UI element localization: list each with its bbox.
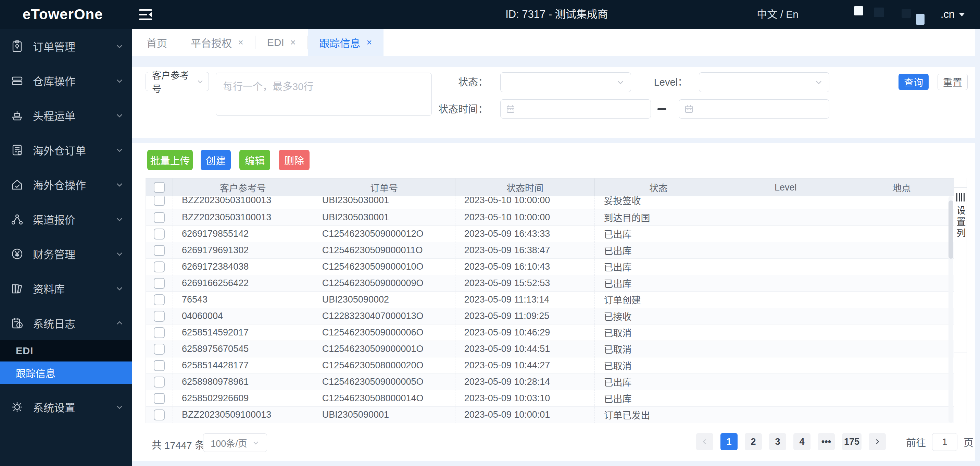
level-select[interactable] xyxy=(699,72,829,92)
table-row[interactable]: 04060004 C12283230407000013O 2023-05-09 … xyxy=(146,308,954,324)
tab-home[interactable]: 首页 xyxy=(135,29,179,56)
cell-status: 到达目的国 xyxy=(595,209,722,225)
sidebar-item-overseas-warehouse-orders[interactable]: 海外仓订单 xyxy=(0,132,132,167)
close-icon[interactable]: × xyxy=(367,38,372,47)
cell-level xyxy=(722,275,849,291)
row-checkbox[interactable] xyxy=(154,278,165,289)
table-row[interactable]: 6258514592017 C12546230509000006O 2023-0… xyxy=(146,324,954,341)
table-row[interactable]: 6258980978961 C12546230509000005O 2023-0… xyxy=(146,374,954,390)
cell-order-number: C12546230509000011O xyxy=(313,242,455,259)
row-checkbox[interactable] xyxy=(154,294,165,305)
delete-button[interactable]: 删除 xyxy=(279,150,310,170)
menu-collapse-icon[interactable] xyxy=(138,8,153,21)
table-row[interactable]: BZZ20230503100013 UBI2305030001 2023-05-… xyxy=(146,209,954,226)
row-checkbox[interactable] xyxy=(154,393,165,404)
row-checkbox[interactable] xyxy=(154,311,165,322)
table-row[interactable]: BZZ20230503100013 UBI2305030001 2023-05-… xyxy=(146,196,954,209)
page-button-1[interactable]: 1 xyxy=(721,433,738,450)
page-button-2[interactable]: 2 xyxy=(745,433,762,450)
row-checkbox[interactable] xyxy=(154,360,165,371)
status-select[interactable] xyxy=(500,72,631,92)
language-switch[interactable]: 中文 / En xyxy=(757,0,799,29)
table-row[interactable]: 6258975670545 C12546230509000001O 2023-0… xyxy=(146,341,954,357)
column-settings-strip[interactable]: 设置列 xyxy=(954,178,967,423)
vertical-scrollbar-track[interactable] xyxy=(948,196,953,423)
sidebar-subitem-tracking-info[interactable]: 跟踪信息 xyxy=(0,362,132,384)
sidebar-item-system-logs[interactable]: 系统日志 xyxy=(0,306,132,340)
search-field-select[interactable]: 客户参考号 xyxy=(146,72,209,91)
row-checkbox[interactable] xyxy=(154,410,165,420)
query-button[interactable]: 查询 xyxy=(899,74,929,90)
reset-button[interactable]: 重置 xyxy=(937,74,968,90)
sidebar-item-channel-quotation[interactable]: 渠道报价 xyxy=(0,202,132,236)
house-check-icon xyxy=(10,178,24,192)
table-row[interactable]: 6258514428177 C12546230508000020O 2023-0… xyxy=(146,357,954,374)
sidebar-subitem-edi[interactable]: EDI xyxy=(0,340,132,362)
column-header[interactable]: Level xyxy=(722,179,849,196)
close-icon[interactable]: × xyxy=(238,38,243,47)
cell-location xyxy=(849,308,954,324)
column-header[interactable]: 客户参考号 xyxy=(173,179,313,196)
cell-status: 已取消 xyxy=(595,341,722,357)
redacted-text-block xyxy=(902,9,911,18)
sidebar-item-order-management[interactable]: 订单管理 xyxy=(0,29,132,63)
next-page-button[interactable] xyxy=(869,433,886,450)
table-row[interactable]: 6269179855142 C12546230509000012O 2023-0… xyxy=(146,226,954,242)
create-button[interactable]: 创建 xyxy=(200,150,231,170)
goto-page-input[interactable]: 1 xyxy=(932,433,958,451)
tab-platform-auth[interactable]: 平台授权 × xyxy=(179,29,255,56)
status-time-end-input[interactable] xyxy=(679,99,829,118)
settings-strip-cell[interactable]: 设置列 xyxy=(954,188,967,353)
row-checkbox[interactable] xyxy=(154,196,165,206)
tab-edi[interactable]: EDI × xyxy=(255,29,307,56)
sidebar-item-first-leg-shipment[interactable]: 头程运单 xyxy=(0,98,132,132)
column-header[interactable]: 状态时间 xyxy=(455,179,595,196)
cell-status-time: 2023-05-10 10:00:00 xyxy=(455,196,595,209)
tab-tracking-info[interactable]: 跟踪信息 × xyxy=(308,29,384,56)
row-checkbox[interactable] xyxy=(154,245,165,256)
page-button-175[interactable]: 175 xyxy=(842,433,862,450)
edit-button[interactable]: 编辑 xyxy=(239,150,270,170)
column-header[interactable]: 状态 xyxy=(595,179,722,196)
calendar-icon xyxy=(684,104,694,113)
reference-numbers-textarea[interactable]: 每行一个，最多30行 xyxy=(216,73,432,116)
table-row[interactable]: BZZ20230509100013 UBI2305090001 2023-05-… xyxy=(146,407,954,423)
column-header[interactable]: 订单号 xyxy=(313,179,455,196)
column-header[interactable]: 地点 xyxy=(849,179,954,196)
cell-level xyxy=(722,357,849,373)
bulk-upload-button[interactable]: 批量上传 xyxy=(147,150,193,170)
page-ellipsis[interactable]: ••• xyxy=(818,433,835,450)
table-row[interactable]: 6269172384038 C12546230509000010O 2023-0… xyxy=(146,259,954,275)
row-checkbox[interactable] xyxy=(154,262,165,273)
row-checkbox[interactable] xyxy=(154,344,165,355)
row-checkbox-cell xyxy=(146,407,173,423)
select-all-checkbox[interactable] xyxy=(154,182,165,193)
status-time-start-input[interactable] xyxy=(500,99,651,118)
cell-status: 已取消 xyxy=(595,357,722,373)
table-row[interactable]: 6269179691302 C12546230509000011O 2023-0… xyxy=(146,242,954,259)
row-checkbox[interactable] xyxy=(154,228,165,239)
table-row[interactable]: 6258502926609 C12546230508000014O 2023-0… xyxy=(146,390,954,407)
prev-page-button[interactable] xyxy=(696,433,713,450)
sidebar-item-system-settings[interactable]: 系统设置 xyxy=(0,389,132,424)
table-row[interactable]: 76543 UBI2305090002 2023-05-09 11:13:14 … xyxy=(146,292,954,308)
sidebar-item-finance-management[interactable]: 财务管理 xyxy=(0,236,132,271)
row-checkbox[interactable] xyxy=(154,212,165,223)
row-checkbox-cell xyxy=(146,275,173,291)
chevron-down-icon xyxy=(197,78,204,85)
page-button-4[interactable]: 4 xyxy=(793,433,810,450)
sidebar-item-warehouse-operations[interactable]: 仓库操作 xyxy=(0,63,132,98)
close-icon[interactable]: × xyxy=(290,38,296,47)
sidebar-item-overseas-warehouse-operations[interactable]: 海外仓操作 xyxy=(0,167,132,202)
table-row[interactable]: 6269166256422 C12546230509000009O 2023-0… xyxy=(146,275,954,292)
page-size-select[interactable]: 100条/页 xyxy=(203,433,267,452)
cell-location xyxy=(849,259,954,275)
page-button-3[interactable]: 3 xyxy=(769,433,786,450)
domain-dropdown[interactable]: .cn xyxy=(940,0,965,29)
row-checkbox[interactable] xyxy=(154,327,165,338)
row-checkbox[interactable] xyxy=(154,377,165,388)
sidebar-item-label: 渠道报价 xyxy=(33,211,115,227)
vertical-scrollbar-thumb[interactable] xyxy=(948,200,953,259)
sidebar-item-data-library[interactable]: 资料库 xyxy=(0,271,132,306)
cell-location xyxy=(849,292,954,308)
